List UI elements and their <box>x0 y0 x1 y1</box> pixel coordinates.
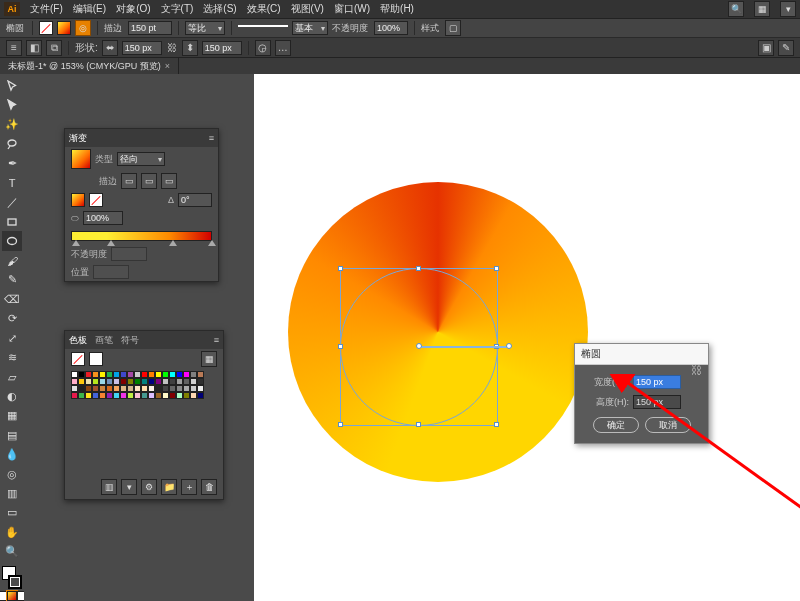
swatch-cell[interactable] <box>190 385 197 392</box>
gradient-preview-swatch[interactable] <box>71 149 91 169</box>
gradient-ramp[interactable] <box>71 231 212 241</box>
mesh-tool[interactable]: ▦ <box>2 406 22 425</box>
recolor-icon[interactable]: ◎ <box>75 20 91 36</box>
swatch-cell[interactable] <box>85 385 92 392</box>
menu-type[interactable]: 文字(T) <box>161 2 194 16</box>
swatch-cell[interactable] <box>197 371 204 378</box>
type-tool[interactable]: T <box>2 173 22 192</box>
swatch-cell[interactable] <box>190 392 197 399</box>
edit-icon[interactable]: ✎ <box>778 40 794 56</box>
swatch-cell[interactable] <box>99 392 106 399</box>
swatch-cell[interactable] <box>85 371 92 378</box>
new-swatch-icon[interactable]: ＋ <box>181 479 197 495</box>
search-icon[interactable]: 🔍 <box>728 1 744 17</box>
gradient-origin-handle[interactable] <box>416 343 422 349</box>
gradient-aspect-input[interactable]: 100% <box>83 211 123 225</box>
workspace-switcher[interactable]: ▾ <box>780 1 796 17</box>
brush-definition[interactable] <box>238 25 288 35</box>
swatch-cell[interactable] <box>169 385 176 392</box>
menu-edit[interactable]: 编辑(E) <box>73 2 106 16</box>
swatch-cell[interactable] <box>85 392 92 399</box>
swatch-cell[interactable] <box>190 378 197 385</box>
swatch-cell[interactable] <box>113 371 120 378</box>
rotate-tool[interactable]: ⟳ <box>2 309 22 328</box>
swatch-cell[interactable] <box>141 371 148 378</box>
swatch-registration[interactable] <box>89 352 103 366</box>
align-icon[interactable]: ≡ <box>6 40 22 56</box>
constrain-proportions-icon[interactable]: ⛓ <box>691 364 702 376</box>
swatch-cell[interactable] <box>197 385 204 392</box>
gradient-end-handle[interactable] <box>506 343 512 349</box>
artboard-tool[interactable]: ▭ <box>2 503 22 522</box>
swatch-cell[interactable] <box>197 378 204 385</box>
bbox-handle[interactable] <box>338 344 343 349</box>
gradient-annotator[interactable] <box>419 346 509 348</box>
stroke-grad-within-icon[interactable]: ▭ <box>121 173 137 189</box>
hand-tool[interactable]: ✋ <box>2 523 22 542</box>
link-wh-icon[interactable]: ⛓ <box>166 41 178 55</box>
swatch-cell[interactable] <box>106 385 113 392</box>
swatch-options-icon[interactable]: ⚙ <box>141 479 157 495</box>
new-group-icon[interactable]: 📁 <box>161 479 177 495</box>
isolate-icon[interactable]: ▣ <box>758 40 774 56</box>
pathfinder-icon[interactable]: ◧ <box>26 40 42 56</box>
pen-tool[interactable]: ✒ <box>2 154 22 173</box>
swatch-cell[interactable] <box>162 392 169 399</box>
zoom-tool[interactable]: 🔍 <box>2 542 22 561</box>
swatch-cell[interactable] <box>169 392 176 399</box>
swatch-cell[interactable] <box>120 378 127 385</box>
swatch-cell[interactable] <box>92 385 99 392</box>
corner-icon[interactable]: ◶ <box>255 40 271 56</box>
cancel-button[interactable]: 取消 <box>645 417 691 433</box>
swatch-cell[interactable] <box>197 392 204 399</box>
swatch-cell[interactable] <box>92 392 99 399</box>
fill-swatch[interactable] <box>39 21 53 35</box>
scale-tool[interactable]: ⤢ <box>2 328 22 347</box>
line-tool[interactable]: ／ <box>2 193 22 212</box>
gradient-stroke-thumb[interactable] <box>89 193 103 207</box>
swatch-cell[interactable] <box>120 392 127 399</box>
swatch-cell[interactable] <box>113 385 120 392</box>
swatch-cell[interactable] <box>127 378 134 385</box>
gradient-angle-input[interactable]: 0° <box>178 193 212 207</box>
swatch-cell[interactable] <box>78 378 85 385</box>
brushes-tab[interactable]: 画笔 <box>95 334 113 347</box>
menu-select[interactable]: 选择(S) <box>203 2 236 16</box>
width-tool[interactable]: ≋ <box>2 348 22 367</box>
panel-menu-icon[interactable]: ≡ <box>209 133 214 143</box>
swatch-cell[interactable] <box>148 378 155 385</box>
column-graph-tool[interactable]: ▥ <box>2 484 22 503</box>
eyedropper-tool[interactable]: 💧 <box>2 445 22 464</box>
direct-selection-tool[interactable] <box>2 95 22 114</box>
stroke-grad-along-icon[interactable]: ▭ <box>141 173 157 189</box>
gradient-tool[interactable]: ▤ <box>2 426 22 445</box>
swatch-cell[interactable] <box>106 392 113 399</box>
color-mode-gradient[interactable] <box>7 591 17 601</box>
menu-object[interactable]: 对象(O) <box>116 2 150 16</box>
swatch-cell[interactable] <box>183 385 190 392</box>
bbox-handle[interactable] <box>494 422 499 427</box>
swatch-cell[interactable] <box>120 371 127 378</box>
gradient-type-dropdown[interactable]: 径向 <box>117 152 165 166</box>
bbox-handle[interactable] <box>338 422 343 427</box>
swatch-cell[interactable] <box>162 371 169 378</box>
delete-swatch-icon[interactable]: 🗑 <box>201 479 217 495</box>
swatch-cell[interactable] <box>148 385 155 392</box>
menu-effect[interactable]: 效果(C) <box>247 2 281 16</box>
swatch-cell[interactable] <box>99 378 106 385</box>
gradient-stop-opacity[interactable] <box>111 247 147 261</box>
swatch-cell[interactable] <box>148 371 155 378</box>
more-shape-icon[interactable]: … <box>275 40 291 56</box>
transform-icon[interactable]: ⧉ <box>46 40 62 56</box>
free-transform-tool[interactable]: ▱ <box>2 367 22 386</box>
canvas-stage[interactable]: 渐变 ≡ 类型 径向 描边 ▭ ▭ ▭ Δ 0° <box>24 74 800 601</box>
swatch-cell[interactable] <box>106 371 113 378</box>
stroke-grad-across-icon[interactable]: ▭ <box>161 173 177 189</box>
swatch-cell[interactable] <box>134 385 141 392</box>
swatch-cell[interactable] <box>176 385 183 392</box>
bbox-handle[interactable] <box>416 266 421 271</box>
swatch-cell[interactable] <box>127 392 134 399</box>
swatch-none[interactable] <box>71 352 85 366</box>
swatch-cell[interactable] <box>148 392 155 399</box>
swatch-cell[interactable] <box>141 385 148 392</box>
